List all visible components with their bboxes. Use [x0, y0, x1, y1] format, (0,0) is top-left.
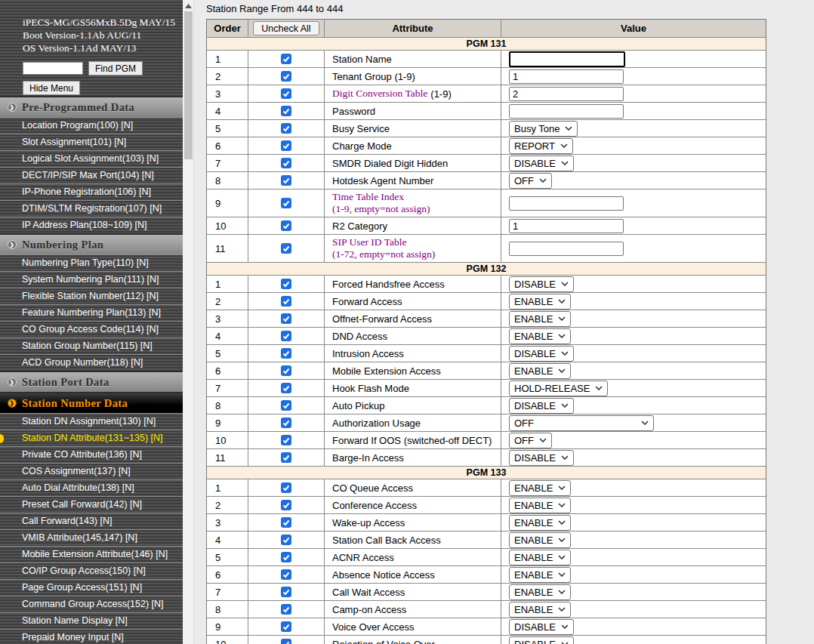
value-select[interactable]: OFF [509, 433, 552, 448]
sidebar-item[interactable]: DECT/IP/SIP Max Port(104) [N] [0, 167, 183, 183]
row-checkbox[interactable] [281, 140, 291, 151]
sidebar-item[interactable]: Slot Assignment(101) [N] [0, 134, 183, 150]
value-select[interactable]: ENABLE [509, 532, 571, 548]
row-checkbox[interactable] [281, 175, 291, 186]
value-select[interactable]: DISABLE [509, 156, 574, 171]
sidebar-item[interactable]: Station DN Attribute(131~135) [N] [0, 430, 183, 446]
sidebar-item[interactable]: Logical Slot Assignment(103) [N] [0, 150, 183, 167]
sidebar-item[interactable]: Private CO Attribute(136) [N] [0, 446, 183, 463]
row-checkbox[interactable] [281, 482, 291, 493]
value-input[interactable] [509, 242, 624, 256]
sidebar-item[interactable]: System Numbering Plan(111) [N] [0, 271, 183, 288]
row-checkbox[interactable] [281, 418, 291, 428]
attribute-link-line1[interactable]: SIP User ID Table [332, 236, 435, 248]
value-select[interactable]: ENABLE [509, 584, 571, 600]
sidebar-item[interactable]: Preset Call Forward(142) [N] [0, 496, 183, 513]
sidebar-section-header[interactable]: ❯Pre-Programmed Data [0, 96, 183, 117]
sidebar-item[interactable]: Mobile Extension Attribute(146) [N] [0, 546, 183, 562]
attribute-link-line2[interactable]: (1-72, empty=not assign) [332, 248, 435, 260]
sidebar-item[interactable]: IP Address Plan(108~109) [N] [0, 217, 183, 233]
value-input[interactable] [509, 219, 624, 233]
sidebar-item[interactable]: COS Assignment(137) [N] [0, 463, 183, 479]
row-checkbox[interactable] [281, 569, 291, 580]
row-checkbox[interactable] [281, 296, 291, 307]
row-checkbox[interactable] [281, 500, 291, 510]
scroll-up-button[interactable] [183, 0, 193, 11]
value-select[interactable]: DISABLE [509, 636, 574, 644]
value-select[interactable]: HOLD-RELEASE [509, 381, 608, 396]
sidebar-item[interactable]: Station DN Assignment(130) [N] [0, 413, 183, 430]
value-input[interactable] [509, 104, 624, 119]
sidebar-item[interactable]: VMIB Attribute(145,147) [N] [0, 529, 183, 546]
row-checkbox[interactable] [281, 158, 291, 168]
row-checkbox[interactable] [281, 348, 291, 359]
sidebar-item[interactable]: Auto Dial Attribute(138) [N] [0, 479, 183, 496]
value-select[interactable]: DISABLE [509, 450, 574, 466]
value-select[interactable]: ENABLE [509, 328, 571, 344]
row-checkbox[interactable] [281, 587, 291, 597]
row-checkbox[interactable] [281, 552, 291, 562]
sidebar-item[interactable]: CO/IP Group Access(150) [N] [0, 562, 183, 579]
value-select[interactable]: ENABLE [509, 515, 571, 531]
row-checkbox[interactable] [281, 400, 291, 411]
row-checkbox[interactable] [281, 198, 291, 208]
sidebar-item[interactable]: Station Group Number(115) [N] [0, 337, 183, 354]
attribute-link[interactable]: Time Table Index(1-9, empty=not assign) [332, 191, 430, 215]
sidebar-item[interactable]: Location Program(100) [N] [0, 117, 183, 134]
sidebar-item[interactable]: ACD Group Number(118) [N] [0, 354, 183, 371]
value-select[interactable]: ENABLE [509, 311, 571, 327]
hide-menu-button[interactable]: Hide Menu [23, 81, 80, 95]
value-select[interactable]: ENABLE [509, 294, 571, 310]
value-select[interactable]: DISABLE [509, 276, 574, 292]
attribute-link[interactable]: SIP User ID Table(1-72, empty=not assign… [332, 236, 435, 260]
value-select[interactable]: REPORT [509, 138, 573, 154]
row-checkbox[interactable] [281, 435, 291, 445]
sidebar-section-header[interactable]: ❯Station Port Data [0, 371, 183, 392]
value-select[interactable]: OFF [509, 173, 552, 189]
value-input[interactable] [509, 51, 625, 67]
row-checkbox[interactable] [281, 313, 291, 324]
row-checkbox[interactable] [281, 220, 291, 231]
attribute-link[interactable]: Digit Conversion Table [332, 88, 427, 100]
value-select[interactable]: Busy Tone [509, 121, 578, 137]
row-checkbox[interactable] [281, 54, 291, 64]
value-select[interactable]: ENABLE [509, 567, 571, 583]
row-checkbox[interactable] [281, 535, 291, 545]
sidebar-item[interactable]: Numbering Plan Type(110) [N] [0, 254, 183, 271]
sidebar-item[interactable]: Flexible Station Number(112) [N] [0, 288, 183, 304]
sidebar-scrollbar[interactable] [183, 0, 194, 644]
attribute-link-line1[interactable]: Time Table Index [332, 191, 430, 203]
value-select[interactable]: ENABLE [509, 602, 571, 618]
find-pgm-input[interactable] [23, 62, 83, 75]
value-select[interactable]: ENABLE [509, 498, 571, 513]
sidebar-item[interactable]: Station Name Display [N] [0, 612, 183, 629]
sidebar-section-header[interactable]: ❯Station Number Data [0, 392, 183, 413]
scrollbar-thumb[interactable] [184, 11, 193, 159]
sidebar-item[interactable]: Feature Numbering Plan(113) [N] [0, 304, 183, 321]
value-select[interactable]: DISABLE [509, 346, 574, 362]
value-select[interactable]: DISABLE [509, 619, 574, 635]
sidebar-item[interactable]: Page Group Access(151) [N] [0, 579, 183, 596]
value-input[interactable] [509, 87, 624, 101]
row-checkbox[interactable] [281, 621, 291, 632]
sidebar-item[interactable]: Call Forward(143) [N] [0, 513, 183, 529]
sidebar-item[interactable]: CO Group Access Code(114) [N] [0, 321, 183, 337]
find-pgm-button[interactable]: Find PGM [88, 61, 143, 75]
row-checkbox[interactable] [281, 639, 291, 644]
value-select[interactable]: ENABLE [509, 363, 571, 379]
row-checkbox[interactable] [281, 123, 291, 134]
attribute-link-line2[interactable]: (1-9, empty=not assign) [332, 203, 430, 215]
row-checkbox[interactable] [281, 106, 291, 116]
row-checkbox[interactable] [281, 365, 291, 376]
row-checkbox[interactable] [281, 383, 291, 393]
row-checkbox[interactable] [281, 71, 291, 82]
sidebar-item[interactable]: DTIM/SLTM Registration(107) [N] [0, 200, 183, 217]
row-checkbox[interactable] [281, 243, 291, 254]
sidebar-item[interactable]: Prepaid Money Input [N] [0, 629, 183, 644]
row-checkbox[interactable] [281, 88, 291, 99]
row-checkbox[interactable] [281, 604, 291, 615]
row-checkbox[interactable] [281, 517, 291, 528]
value-select[interactable]: ENABLE [509, 480, 571, 496]
uncheck-all-button[interactable]: Uncheck All [253, 21, 319, 35]
row-checkbox[interactable] [281, 331, 291, 341]
